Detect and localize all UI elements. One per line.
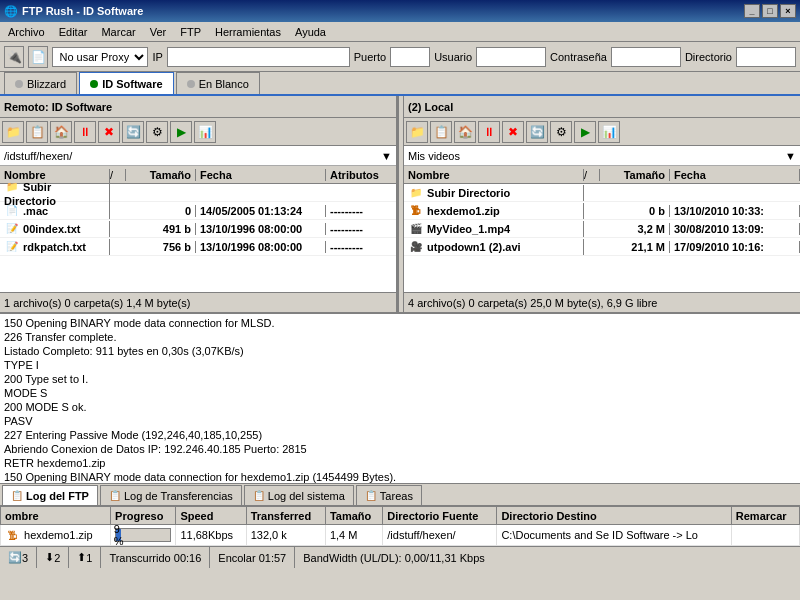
table-row[interactable]: 🎬 MyVideo_1.mp4 3,2 M 30/08/2010 13:09:	[404, 220, 800, 238]
col-remarcar[interactable]: Remarcar	[731, 507, 799, 525]
local-btn-3[interactable]: 🏠	[454, 121, 476, 143]
table-row[interactable]: 📝 rdkpatch.txt 756 b 13/10/1996 08:00:00…	[0, 238, 396, 256]
local-pane-path[interactable]: ▼	[404, 146, 800, 166]
remote-col-attr[interactable]: Atributos	[326, 169, 396, 181]
local-header-text: (2) Local	[408, 101, 453, 113]
col-progreso[interactable]: Progreso	[111, 507, 176, 525]
local-col-name[interactable]: Nombre	[404, 169, 584, 181]
remote-file-attr: ---------	[326, 241, 396, 253]
ip-input[interactable]	[167, 47, 350, 67]
ip-label: IP	[152, 51, 162, 63]
col-tamano[interactable]: Tamaño	[325, 507, 382, 525]
log-line: PASV	[4, 414, 796, 428]
remote-btn-go[interactable]: ▶	[170, 121, 192, 143]
remote-path-input[interactable]	[4, 150, 381, 162]
close-button[interactable]: ×	[780, 4, 796, 18]
app-icon: 🌐	[4, 5, 18, 18]
puerto-label: Puerto	[354, 51, 386, 63]
table-row[interactable]: 📝 00index.txt 491 b 13/10/1996 08:00:00 …	[0, 220, 396, 238]
menu-editar[interactable]: Editar	[53, 24, 94, 40]
remote-btn-5[interactable]: 🔄	[122, 121, 144, 143]
menu-ayuda[interactable]: Ayuda	[289, 24, 332, 40]
transfer-dest: C:\Documents and Se ID Software -> Lo	[497, 525, 731, 546]
col-speed[interactable]: Speed	[176, 507, 246, 525]
table-row[interactable]: 📄 .mac 0 14/05/2005 01:13:24 ---------	[0, 202, 396, 220]
col-nombre[interactable]: ombre	[1, 507, 111, 525]
remote-file-name: 📝 00index.txt	[0, 221, 110, 237]
menu-ftp[interactable]: FTP	[174, 24, 207, 40]
local-col-sep: /	[584, 169, 600, 181]
remote-pane-toolbar: 📁 📋 🏠 ⏸ ✖ 🔄 ⚙ ▶ 📊	[0, 118, 396, 146]
local-btn-pause[interactable]: ⏸	[478, 121, 500, 143]
menu-bar: Archivo Editar Marcar Ver FTP Herramient…	[0, 22, 800, 42]
tab-blizzard[interactable]: Blizzard	[4, 72, 77, 94]
title-bar-buttons[interactable]: _ □ ×	[744, 4, 796, 18]
tab-enblanco[interactable]: En Blanco	[176, 72, 260, 94]
bottom-tab-system[interactable]: 📋 Log del sistema	[244, 485, 354, 505]
proxy-select[interactable]: No usar Proxy	[52, 47, 148, 67]
menu-ver[interactable]: Ver	[144, 24, 173, 40]
remote-btn-3[interactable]: 🏠	[50, 121, 72, 143]
remote-btn-8[interactable]: 📊	[194, 121, 216, 143]
remote-pane-path[interactable]: ▼	[0, 146, 396, 166]
directorio-input[interactable]	[736, 47, 796, 67]
usuario-label: Usuario	[434, 51, 472, 63]
menu-herramientas[interactable]: Herramientas	[209, 24, 287, 40]
local-col-size[interactable]: Tamaño	[600, 169, 670, 181]
local-pane-toolbar: 📁 📋 🏠 ⏸ ✖ 🔄 ⚙ ▶ 📊	[404, 118, 800, 146]
contrasena-input[interactable]	[611, 47, 681, 67]
remote-btn-stop[interactable]: ✖	[98, 121, 120, 143]
local-col-date[interactable]: Fecha	[670, 169, 800, 181]
remote-btn-1[interactable]: 📁	[2, 121, 24, 143]
local-btn-1[interactable]: 📁	[406, 121, 428, 143]
minimize-button[interactable]: _	[744, 4, 760, 18]
bottom-tab-transfers[interactable]: 📋 Log de Transferencias	[100, 485, 242, 505]
local-btn-stop[interactable]: ✖	[502, 121, 524, 143]
remote-col-date[interactable]: Fecha	[196, 169, 326, 181]
local-btn-5[interactable]: 🔄	[526, 121, 548, 143]
table-row[interactable]: 📁 Subir Directorio	[404, 184, 800, 202]
menu-archivo[interactable]: Archivo	[2, 24, 51, 40]
usuario-input[interactable]	[476, 47, 546, 67]
local-path-arrow[interactable]: ▼	[785, 150, 796, 162]
tab-blizzard-label: Blizzard	[27, 78, 66, 90]
tab-enblanco-label: En Blanco	[199, 78, 249, 90]
local-btn-6[interactable]: ⚙	[550, 121, 572, 143]
remote-btn-6[interactable]: ⚙	[146, 121, 168, 143]
system-log-icon: 📋	[253, 490, 265, 501]
toolbar-connect-btn[interactable]: 🔌	[4, 46, 24, 68]
status-arrow-down: ⬇ 2	[37, 547, 69, 568]
tab-idsoftware-label: ID Software	[102, 78, 163, 90]
col-dir-destino[interactable]: Directorio Destino	[497, 507, 731, 525]
bottom-tab-tasks[interactable]: 📋 Tareas	[356, 485, 422, 505]
puerto-input[interactable]: 21	[390, 47, 430, 67]
col-transferred[interactable]: Transferred	[246, 507, 325, 525]
local-btn-8[interactable]: 📊	[598, 121, 620, 143]
col-dir-fuente[interactable]: Directorio Fuente	[383, 507, 497, 525]
maximize-button[interactable]: □	[762, 4, 778, 18]
table-row[interactable]: 🗜 hexdemo1.zip 9 % 11,68Kbps 132,0 k 1,4…	[1, 525, 800, 546]
local-btn-go[interactable]: ▶	[574, 121, 596, 143]
remote-btn-2[interactable]: 📋	[26, 121, 48, 143]
tabs-bar: Blizzard ID Software En Blanco	[0, 72, 800, 96]
transfer-log-icon: 📋	[109, 490, 121, 501]
status-queue-num: 🔄 3	[0, 547, 37, 568]
log-area: 150 Opening BINARY mode data connection …	[0, 314, 800, 484]
mp4-icon: 🎬	[408, 221, 424, 237]
table-row[interactable]: 📁 Subir Directorio	[0, 184, 396, 202]
local-path-input[interactable]	[408, 150, 785, 162]
remote-btn-pause[interactable]: ⏸	[74, 121, 96, 143]
tab-idsoftware[interactable]: ID Software	[79, 72, 174, 94]
remote-path-arrow[interactable]: ▼	[381, 150, 392, 162]
title-bar-left: 🌐 FTP Rush - ID Software	[4, 5, 143, 18]
menu-marcar[interactable]: Marcar	[95, 24, 141, 40]
bottom-tab-ftp[interactable]: 📋 Log del FTP	[2, 485, 98, 505]
table-row[interactable]: 🗜 hexdemo1.zip 0 b 13/10/2010 10:33:	[404, 202, 800, 220]
remote-file-attr: ---------	[326, 223, 396, 235]
remote-col-size[interactable]: Tamaño	[126, 169, 196, 181]
toolbar-new-btn[interactable]: 📄	[28, 46, 48, 68]
contrasena-label: Contraseña	[550, 51, 607, 63]
table-row[interactable]: 🎥 utpodown1 (2).avi 21,1 M 17/09/2010 10…	[404, 238, 800, 256]
local-btn-2[interactable]: 📋	[430, 121, 452, 143]
local-pane-header: (2) Local	[404, 96, 800, 118]
